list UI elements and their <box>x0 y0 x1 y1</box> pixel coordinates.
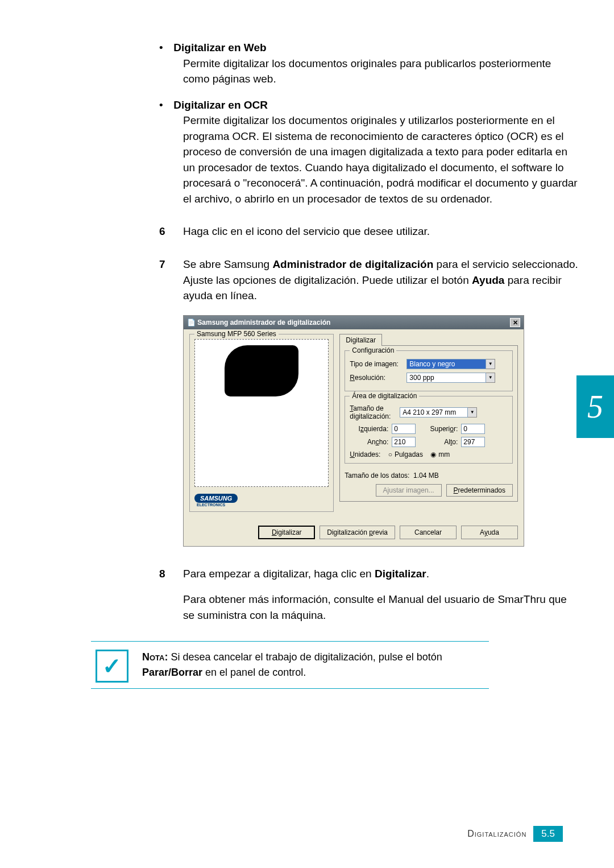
bullet-ocr-desc: Permite digitalizar los documentos origi… <box>183 113 580 206</box>
scan-size-select[interactable]: A4 210 x 297 mm <box>400 407 468 418</box>
units-inches-radio[interactable]: ○ <box>388 450 392 458</box>
bullet-web-title: Digitalizar en Web <box>173 42 266 53</box>
close-icon[interactable]: ✕ <box>510 318 520 327</box>
chapter-tab: 5 <box>576 375 614 438</box>
adjust-image-button[interactable]: Ajustar imagen... <box>376 484 442 497</box>
scan-area-group: Área de digitalización Tamaño de digital… <box>345 396 513 464</box>
scan-button[interactable]: Digitalizar <box>258 526 315 539</box>
note-icon: ✓ <box>96 650 128 683</box>
cancel-button[interactable]: Cancelar <box>400 526 457 539</box>
height-field[interactable] <box>461 437 485 447</box>
step-6: 6 Haga clic en el icono del servicio que… <box>159 224 580 239</box>
top-field[interactable] <box>461 424 485 434</box>
preview-button[interactable]: Digitalización previa <box>320 526 395 539</box>
dialog-title: 📄 Samsung administrador de digitalizació… <box>187 319 330 326</box>
bullet-web-desc: Permite digitalizar los documentos origi… <box>183 56 580 87</box>
preview-thumbnail <box>225 345 298 396</box>
scan-manager-dialog: 📄 Samsung administrador de digitalizació… <box>183 315 524 547</box>
preview-area[interactable] <box>194 339 329 487</box>
bullet-web: • Digitalizar en Web Permite digitalizar… <box>159 40 580 87</box>
chevron-down-icon[interactable]: ▼ <box>468 407 477 418</box>
bullet-ocr: • Digitalizar en OCR Permite digitalizar… <box>159 97 580 207</box>
device-group: Samsung MFP 560 Series SAMSUNG ELECTRONI… <box>189 334 334 512</box>
defaults-button[interactable]: Predeterminados <box>446 484 513 497</box>
image-type-select[interactable]: Blanco y negro <box>406 359 486 369</box>
dialog-titlebar: 📄 Samsung administrador de digitalizació… <box>184 316 524 329</box>
bullet-ocr-title: Digitalizar en OCR <box>173 99 268 111</box>
step-7: 7 Se abre Samsung Administrador de digit… <box>159 257 580 304</box>
units-mm-radio[interactable]: ◉ <box>430 450 436 458</box>
tab-digitalizar[interactable]: Digitalizar <box>339 334 382 346</box>
help-button[interactable]: Ayuda <box>461 526 518 539</box>
data-size-label: Tamaño de los datos: 1.04 MB <box>345 472 513 480</box>
step-8: 8 Para empezar a digitalizar, haga clic … <box>159 566 580 623</box>
samsung-logo: SAMSUNG <box>194 494 238 503</box>
width-field[interactable] <box>392 437 416 447</box>
note-block: ✓ Nota: Si desea cancelar el trabajo de … <box>91 641 489 689</box>
chevron-down-icon[interactable]: ▼ <box>486 359 495 369</box>
chevron-down-icon[interactable]: ▼ <box>486 373 495 383</box>
left-field[interactable] <box>392 424 416 434</box>
page-footer: Digitalización 5.5 <box>467 826 563 842</box>
page-number: 5.5 <box>533 826 563 842</box>
config-group: Configuración Tipo de imagen: Blanco y n… <box>345 350 513 391</box>
resolution-select[interactable]: 300 ppp <box>406 373 486 383</box>
